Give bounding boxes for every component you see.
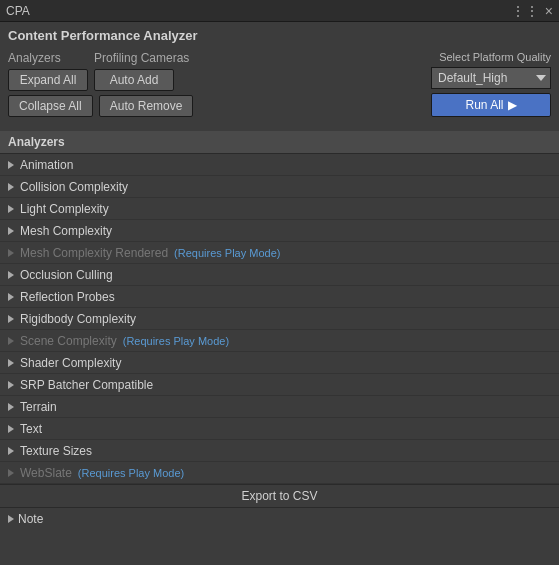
toolbar-right: Select Platform Quality Default_High Def… [431, 51, 551, 117]
window-title: CPA [6, 4, 30, 18]
item-label: Reflection Probes [20, 290, 115, 304]
expand-arrow-icon [8, 205, 14, 213]
item-label: Mesh Complexity Rendered [20, 246, 168, 260]
list-item[interactable]: Scene Complexity(Requires Play Mode) [0, 330, 559, 352]
note-label: Note [18, 512, 43, 526]
expand-arrow-icon [8, 469, 14, 477]
note-item[interactable]: Note [0, 507, 559, 529]
select-platform-label: Select Platform Quality [439, 51, 551, 63]
note-arrow-icon [8, 515, 14, 523]
list-item[interactable]: Text [0, 418, 559, 440]
expand-arrow-icon [8, 447, 14, 455]
item-label: SRP Batcher Compatible [20, 378, 153, 392]
expand-arrow-icon [8, 315, 14, 323]
toolbar-left: Analyzers Profiling Cameras Expand All A… [8, 51, 193, 117]
collapse-all-button[interactable]: Collapse All [8, 95, 93, 117]
expand-all-button[interactable]: Expand All [8, 69, 88, 91]
expand-arrow-icon [8, 337, 14, 345]
item-label: Scene Complexity [20, 334, 117, 348]
item-label: WebSlate [20, 466, 72, 480]
list-item[interactable]: Mesh Complexity Rendered(Requires Play M… [0, 242, 559, 264]
run-all-icon: ▶ [508, 98, 517, 112]
title-bar: CPA ⋮⋮ × [0, 0, 559, 22]
item-label: Shader Complexity [20, 356, 121, 370]
requires-play-mode-tag: (Requires Play Mode) [174, 247, 280, 259]
expand-arrow-icon [8, 293, 14, 301]
panel-title: Content Performance Analyzer [8, 28, 551, 43]
panel-header: Content Performance Analyzer Analyzers P… [0, 22, 559, 129]
close-icon[interactable]: × [545, 3, 553, 19]
item-label: Animation [20, 158, 73, 172]
list-item[interactable]: Shader Complexity [0, 352, 559, 374]
item-label: Rigidbody Complexity [20, 312, 136, 326]
item-label: Mesh Complexity [20, 224, 112, 238]
list-item[interactable]: Occlusion Culling [0, 264, 559, 286]
analyzers-label: Analyzers [8, 51, 88, 65]
item-label: Occlusion Culling [20, 268, 113, 282]
expand-arrow-icon [8, 403, 14, 411]
title-bar-controls: ⋮⋮ × [511, 3, 553, 19]
labels-row: Analyzers Profiling Cameras [8, 51, 193, 65]
expand-arrow-icon [8, 183, 14, 191]
auto-add-button[interactable]: Auto Add [94, 69, 174, 91]
list-item[interactable]: SRP Batcher Compatible [0, 374, 559, 396]
list-item[interactable]: WebSlate(Requires Play Mode) [0, 462, 559, 484]
buttons-row1: Expand All Auto Add [8, 69, 193, 91]
item-label: Text [20, 422, 42, 436]
title-bar-left: CPA [6, 4, 30, 18]
list-item[interactable]: Mesh Complexity [0, 220, 559, 242]
expand-arrow-icon [8, 249, 14, 257]
item-label: Terrain [20, 400, 57, 414]
expand-arrow-icon [8, 425, 14, 433]
list-item[interactable]: Animation [0, 154, 559, 176]
analyzers-section-header: Analyzers [0, 131, 559, 154]
select-platform-row: Default_High Default_Low Default_Medium [431, 67, 551, 89]
list-item[interactable]: Collision Complexity [0, 176, 559, 198]
expand-arrow-icon [8, 161, 14, 169]
platform-quality-select[interactable]: Default_High Default_Low Default_Medium [431, 67, 551, 89]
item-label: Texture Sizes [20, 444, 92, 458]
export-csv-row[interactable]: Export to CSV [0, 484, 559, 507]
expand-arrow-icon [8, 381, 14, 389]
analyzers-section: Analyzers AnimationCollision ComplexityL… [0, 131, 559, 484]
item-label: Collision Complexity [20, 180, 128, 194]
list-item[interactable]: Light Complexity [0, 198, 559, 220]
list-item[interactable]: Rigidbody Complexity [0, 308, 559, 330]
run-all-button[interactable]: Run All ▶ [431, 93, 551, 117]
list-item[interactable]: Texture Sizes [0, 440, 559, 462]
requires-play-mode-tag: (Requires Play Mode) [78, 467, 184, 479]
list-item[interactable]: Terrain [0, 396, 559, 418]
more-options-icon[interactable]: ⋮⋮ [511, 3, 539, 19]
run-all-label: Run All [465, 98, 503, 112]
profiling-cameras-label: Profiling Cameras [94, 51, 189, 65]
buttons-row2: Collapse All Auto Remove [8, 95, 193, 117]
analyzers-section-label: Analyzers [8, 135, 65, 149]
expand-arrow-icon [8, 271, 14, 279]
list-item[interactable]: Reflection Probes [0, 286, 559, 308]
requires-play-mode-tag: (Requires Play Mode) [123, 335, 229, 347]
export-csv-label: Export to CSV [241, 489, 317, 503]
item-label: Light Complexity [20, 202, 109, 216]
expand-arrow-icon [8, 227, 14, 235]
auto-remove-button[interactable]: Auto Remove [99, 95, 194, 117]
analyzer-list: AnimationCollision ComplexityLight Compl… [0, 154, 559, 484]
left-buttons: Analyzers Profiling Cameras Expand All A… [8, 51, 193, 117]
expand-arrow-icon [8, 359, 14, 367]
toolbar-row: Analyzers Profiling Cameras Expand All A… [8, 51, 551, 117]
